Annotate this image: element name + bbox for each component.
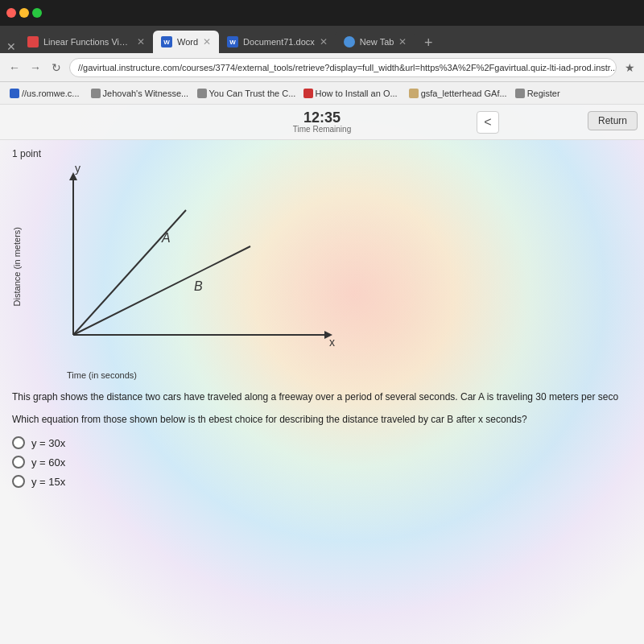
forward-button[interactable]: → (27, 60, 43, 76)
tab-close-doc71[interactable]: ✕ (320, 36, 328, 47)
browser-chrome: ✕ Linear Functions Videos ✕ W Word ✕ W D… (0, 0, 644, 105)
bookmark-label-romwe: //us.romwe.c... (22, 89, 80, 98)
title-bar (0, 0, 644, 26)
timer-bar: 12:35 Time Remaining < Return (0, 105, 644, 140)
tab-favicon-lf (27, 36, 39, 47)
window-minimize-button[interactable] (19, 8, 29, 18)
bookmark-label-gsfa: gsfa_letterhead GAf... (421, 89, 507, 98)
svg-text:B: B (194, 279, 203, 293)
tab-close-word[interactable]: ✕ (203, 36, 211, 47)
graph-container: Distance (in meters) y x (12, 166, 632, 367)
tab-document71[interactable]: W Document71.docx ✕ (219, 31, 336, 53)
timer-display: 12:35 Time Remaining (293, 110, 351, 134)
graph-svg: y x A B (25, 166, 363, 367)
tab-word[interactable]: W Word ✕ (153, 31, 219, 53)
graph-area: y x A B (25, 166, 363, 367)
radio-button-1[interactable] (12, 436, 25, 449)
timer-time: 12:35 (293, 110, 351, 125)
tab-favicon-new (344, 36, 355, 47)
bookmark-gsfa[interactable]: gsfa_letterhead GAf... (404, 87, 509, 100)
tab-favicon-word: W (161, 36, 172, 47)
radio-button-3[interactable] (12, 475, 25, 488)
svg-text:y: y (75, 166, 80, 175)
question-text: This graph shows the distance two cars h… (12, 390, 632, 404)
bookmarks-bar: //us.romwe.c... Jehovah's Witnesse... Yo… (0, 82, 644, 105)
answer-option-1[interactable]: y = 30x (12, 436, 632, 449)
bookmark-jw[interactable]: Jehovah's Witnesse... (86, 87, 191, 100)
content-area: 12:35 Time Remaining < Return 1 point Di… (0, 105, 644, 644)
x-axis-label: Time (in seconds) (67, 370, 137, 380)
window-maximize-button[interactable] (32, 8, 42, 18)
window-close-button[interactable] (6, 8, 16, 18)
tab-new-tab[interactable]: New Tab ✕ (336, 31, 415, 53)
return-label: Return (598, 115, 627, 126)
bookmark-icon-trust (197, 89, 207, 98)
tab-label-new: New Tab (360, 37, 394, 47)
tab-bar: ✕ Linear Functions Videos ✕ W Word ✕ W D… (0, 26, 644, 53)
address-bar: ← → ↻ //gavirtual.instructure.com/course… (0, 53, 644, 82)
tab-close-lf[interactable]: ✕ (137, 36, 145, 47)
return-button[interactable]: Return (588, 111, 638, 130)
bookmark-you-can-trust[interactable]: You Can Trust the C... (192, 87, 297, 100)
address-input[interactable]: //gavirtual.instructure.com/courses/3774… (69, 58, 617, 77)
answer-option-3[interactable]: y = 15x (12, 475, 632, 488)
tab-label-word: Word (177, 37, 198, 47)
bookmark-label-register: Register (527, 89, 560, 98)
question-subtext: Which equation from those shown below is… (12, 412, 632, 427)
bookmark-register[interactable]: Register (510, 87, 565, 100)
tab-favicon-doc71: W (227, 36, 238, 47)
svg-text:x: x (329, 336, 335, 349)
bookmark-icon-jw (91, 89, 101, 98)
svg-line-6 (73, 210, 186, 335)
bookmark-how-to-install[interactable]: How to Install an O... (299, 87, 402, 100)
address-text: //gavirtual.instructure.com/courses/3774… (78, 63, 617, 72)
tab-close-new[interactable]: ✕ (398, 36, 407, 47)
svg-line-8 (73, 246, 250, 335)
timer-toggle-icon: < (484, 115, 491, 130)
bookmark-star[interactable]: ★ (621, 60, 638, 76)
bookmark-label-trust: You Can Trust the C... (209, 89, 296, 98)
answer-option-2[interactable]: y = 60x (12, 456, 632, 469)
tab-label: Linear Functions Videos (43, 37, 132, 47)
bookmark-icon-register (515, 89, 525, 98)
x-axis-label-container: Time (in seconds) (67, 367, 632, 382)
timer-toggle-button[interactable]: < (477, 111, 499, 134)
answer-label-1: y = 30x (31, 437, 65, 449)
bookmark-icon-gsfa (409, 89, 419, 98)
bookmark-icon-install (303, 89, 313, 98)
answer-label-2: y = 60x (31, 456, 65, 469)
radio-button-2[interactable] (12, 456, 25, 469)
quiz-content: 1 point Distance (in meters) y x (0, 140, 644, 644)
bookmark-label-install: How to Install an O... (316, 89, 398, 98)
answer-options: y = 30x y = 60x y = 15x (12, 436, 632, 488)
tab-label-doc71: Document71.docx (243, 37, 315, 47)
browser-close-x[interactable]: ✕ (3, 40, 19, 53)
answer-label-3: y = 15x (31, 476, 65, 488)
refresh-button[interactable]: ↻ (48, 60, 64, 76)
bookmark-label-jw: Jehovah's Witnesse... (103, 89, 189, 98)
y-axis-label: Distance (in meters) (12, 227, 22, 306)
svg-text:A: A (161, 231, 171, 245)
timer-label: Time Remaining (293, 125, 351, 134)
new-tab-button[interactable]: + (418, 32, 439, 53)
tab-linear-functions[interactable]: Linear Functions Videos ✕ (19, 31, 153, 53)
bookmark-us-romwe[interactable]: //us.romwe.c... (5, 87, 85, 100)
bookmark-icon-romwe (10, 89, 19, 98)
points-label: 1 point (12, 148, 632, 159)
back-button[interactable]: ← (6, 60, 23, 76)
